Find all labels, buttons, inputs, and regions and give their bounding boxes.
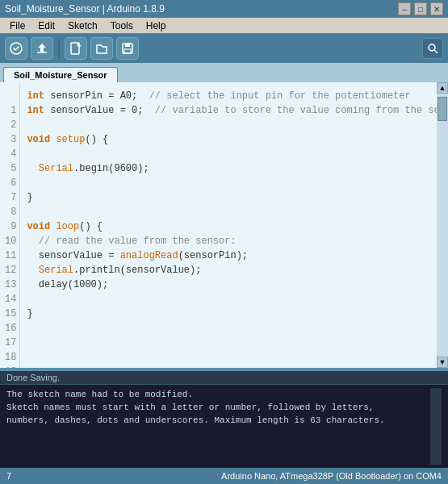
svg-line-6 xyxy=(434,50,438,53)
svg-rect-3 xyxy=(125,44,130,47)
console-text: The sketch name had to be modified. Sket… xyxy=(6,388,430,465)
vertical-scrollbar[interactable]: ▲ ▼ xyxy=(437,82,448,368)
upload-button[interactable] xyxy=(31,37,53,60)
console-header: Done Saving. xyxy=(0,371,448,385)
close-button[interactable]: ✕ xyxy=(430,2,443,15)
search-button[interactable] xyxy=(422,38,443,59)
tab-bar: Soil_Moisture_Sensor xyxy=(0,63,448,82)
menu-sketch[interactable]: Sketch xyxy=(61,19,104,33)
line-numbers: 1 2 3 4 5 6 7 8 9 10 11 12 13 14 15 16 1… xyxy=(0,82,20,368)
menu-file[interactable]: File xyxy=(3,19,31,33)
open-button[interactable] xyxy=(90,37,113,60)
console-line-1: The sketch name had to be modified. xyxy=(6,388,430,401)
console-line-3: numbers, dashes, dots and underscores. M… xyxy=(6,414,430,427)
minimize-button[interactable]: – xyxy=(398,2,411,15)
maximize-button[interactable]: □ xyxy=(414,2,427,15)
menu-tools[interactable]: Tools xyxy=(104,19,140,33)
new-button[interactable] xyxy=(65,37,87,60)
toolbar-separator-1 xyxy=(58,39,60,58)
console-scrollbar[interactable] xyxy=(430,388,442,465)
scroll-thumb[interactable] xyxy=(438,97,447,121)
title-text: Soil_Moisture_Sensor | Arduino 1.8.9 xyxy=(5,3,165,15)
console-line-2: Sketch names must start with a letter or… xyxy=(6,401,430,414)
tab-soil-moisture[interactable]: Soil_Moisture_Sensor xyxy=(3,67,118,82)
status-board-info: Arduino Nano, ATmega328P (Old Bootloader… xyxy=(221,471,442,481)
window-controls: – □ ✕ xyxy=(398,2,443,15)
toolbar-right xyxy=(422,38,443,59)
scroll-up-arrow[interactable]: ▲ xyxy=(437,82,448,94)
menu-bar: File Edit Sketch Tools Help xyxy=(0,18,448,34)
svg-point-5 xyxy=(429,44,435,51)
toolbar xyxy=(0,34,448,63)
console-area: Done Saving. The sketch name had to be m… xyxy=(0,371,448,468)
verify-button[interactable] xyxy=(5,37,27,60)
save-button[interactable] xyxy=(116,37,139,60)
status-bar: 7 Arduino Nano, ATmega328P (Old Bootload… xyxy=(0,468,448,484)
status-line-number: 7 xyxy=(6,471,11,481)
title-bar: Soil_Moisture_Sensor | Arduino 1.8.9 – □… xyxy=(0,0,448,18)
editor-container: 1 2 3 4 5 6 7 8 9 10 11 12 13 14 15 16 1… xyxy=(0,82,448,368)
console-content: The sketch name had to be modified. Sket… xyxy=(0,385,448,468)
menu-help[interactable]: Help xyxy=(140,19,173,33)
menu-edit[interactable]: Edit xyxy=(31,19,61,33)
scroll-down-arrow[interactable]: ▼ xyxy=(437,357,448,368)
code-editor[interactable]: int sensorPin = A0; // select the input … xyxy=(20,82,437,368)
